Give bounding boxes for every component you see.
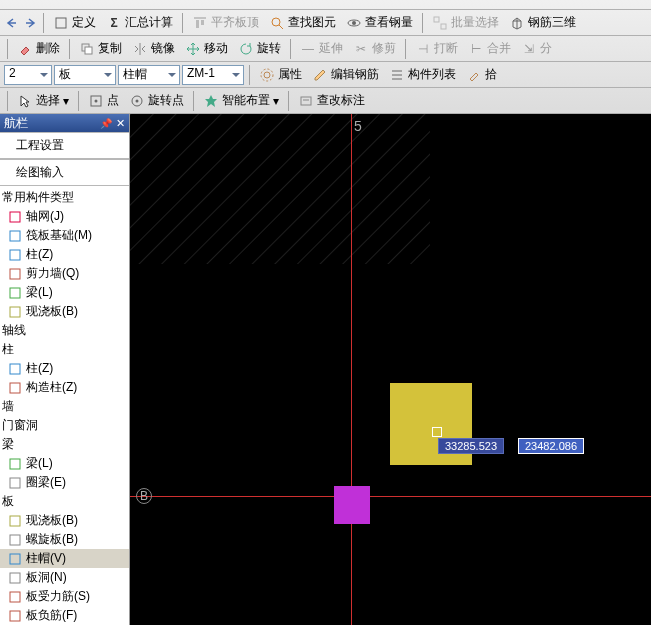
svg-rect-38 [10,611,20,621]
tree-item[interactable]: 板负筋(F) [0,606,129,625]
redo-icon[interactable] [22,15,38,31]
tree-item[interactable]: 板洞(N) [0,568,129,587]
col-t-icon [8,248,22,262]
split-label: 分 [540,40,552,57]
tree-item[interactable]: 现浇板(B) [0,511,129,530]
mirror-button[interactable]: 镜像 [128,38,179,59]
tree-item[interactable]: 剪力墙(Q) [0,264,129,283]
tree-item[interactable]: 柱(Z) [0,245,129,264]
svg-rect-31 [10,459,20,469]
raft-icon [8,229,22,243]
point-button[interactable]: 点 [84,90,123,111]
tree-item[interactable]: 板受力筋(S) [0,587,129,606]
tree-item[interactable]: 螺旋板(B) [0,530,129,549]
smart-layout-button[interactable]: 智能布置 ▾ [199,90,283,111]
view-rebar-button[interactable]: 查看钢量 [342,12,417,33]
svg-rect-36 [10,573,20,583]
break-icon: ⊣ [415,41,431,57]
select-button[interactable]: 选择 ▾ [13,90,73,111]
pin-icon[interactable]: 📌 [100,118,112,129]
svg-rect-24 [10,231,20,241]
svg-rect-41 [130,114,430,264]
spiral-icon [8,533,22,547]
close-icon[interactable]: ✕ [116,117,125,130]
tree-item-label: 柱(Z) [26,246,53,263]
rebar-f-icon [8,609,22,623]
tree-item[interactable]: 轴网(J) [0,207,129,226]
tree-item[interactable]: 梁 [0,435,129,454]
list-icon [389,67,405,83]
cube-icon [509,15,525,31]
copy-button[interactable]: 复制 [75,38,126,59]
floor-select[interactable]: 2 [4,65,52,85]
doc-icon [53,15,69,31]
coord-x-box: 33285.523 [438,438,504,454]
split-icon: ⇲ [521,41,537,57]
tree-item-label: 现浇板(B) [26,303,78,320]
align-top-button[interactable]: 平齐板顶 [188,12,263,33]
rotate-label: 旋转 [257,40,281,57]
tab-proj-settings[interactable]: 工程设置 [0,132,129,159]
trim-icon: ✂ [353,41,369,57]
tab-draw-input[interactable]: 绘图输入 [0,159,129,186]
find-elem-button[interactable]: 查找图元 [265,12,340,33]
eye-icon [346,15,362,31]
wall-icon [8,267,22,281]
tree-item[interactable]: 柱 [0,340,129,359]
subcategory-select[interactable]: 柱帽 [118,65,180,85]
edit-rebar-label: 编辑钢筋 [331,66,379,83]
edit-rebar-button[interactable]: 编辑钢筋 [308,64,383,85]
tree-item[interactable]: 构造柱(Z) [0,378,129,397]
svg-rect-3 [201,20,204,25]
coord-y-box[interactable]: 23482.086 [518,438,584,454]
align-top-label: 平齐板顶 [211,14,259,31]
svg-line-5 [279,25,283,29]
delete-button[interactable]: 删除 [13,38,64,59]
merge-label: 合并 [487,40,511,57]
elem-list-button[interactable]: 构件列表 [385,64,460,85]
pick-button[interactable]: 拾 [462,64,501,85]
category-value: 板 [59,67,71,81]
undo-icon[interactable] [4,15,20,31]
align-icon [192,15,208,31]
props-button[interactable]: 属性 [255,64,306,85]
tree-item[interactable]: 现浇板(B) [0,302,129,321]
toolbar-draw: 选择 ▾ 点 旋转点 智能布置 ▾ 查改标注 [0,88,651,114]
tree-item[interactable]: 圈梁(E) [0,473,129,492]
type-select[interactable]: ZM-1 [182,65,244,85]
column-elem[interactable] [334,486,370,524]
hatch-pattern [130,114,430,264]
tree-item[interactable]: 门窗洞 [0,416,129,435]
rotpoint-button[interactable]: 旋转点 [125,90,188,111]
tree-item[interactable]: 梁(L) [0,454,129,473]
tree-header: 常用构件类型 [0,188,129,207]
define-button[interactable]: 定义 [49,12,100,33]
change-note-label: 查改标注 [317,92,365,109]
svg-point-20 [136,99,139,102]
drawing-canvas[interactable]: 5 B 33285.523 23482.086 [130,114,651,625]
sum-button[interactable]: Σ汇总计算 [102,12,177,33]
rebar-3d-button[interactable]: 钢筋三维 [505,12,580,33]
sidebar-title: 航栏 📌 ✕ [0,114,129,132]
tree-item[interactable]: 柱(Z) [0,359,129,378]
svg-point-7 [352,21,356,25]
extend-icon: — [300,41,316,57]
tree-item[interactable]: 板 [0,492,129,511]
change-note-button[interactable]: 查改标注 [294,90,369,111]
tree-item[interactable]: 墙 [0,397,129,416]
tree-item-label: 墙 [2,398,14,415]
slab-icon [8,305,22,319]
subcategory-value: 柱帽 [123,67,147,81]
tree-item[interactable]: 梁(L) [0,283,129,302]
batch-select-button[interactable]: 批量选择 [428,12,503,33]
svg-rect-28 [10,307,20,317]
move-button[interactable]: 移动 [181,38,232,59]
axis-line-vertical [351,114,352,625]
tree-item[interactable]: 柱帽(V) [0,549,129,568]
props-label: 属性 [278,66,302,83]
search-icon [269,15,285,31]
tree-item[interactable]: 筏板基础(M) [0,226,129,245]
rotate-button[interactable]: 旋转 [234,38,285,59]
tree-item[interactable]: 轴线 [0,321,129,340]
category-select[interactable]: 板 [54,65,116,85]
